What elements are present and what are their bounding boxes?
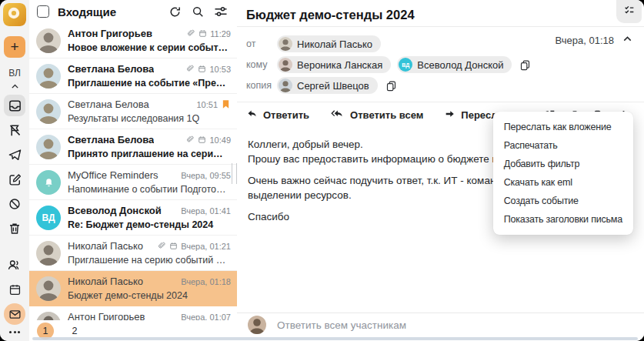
calendar-event-icon: [199, 29, 207, 38]
email-sender: Всеволод Донской: [68, 205, 162, 216]
context-menu-item[interactable]: Скачать как eml: [493, 173, 633, 192]
more-apps-icon[interactable]: [9, 331, 20, 333]
context-menu-item[interactable]: Распечатать: [493, 136, 633, 155]
email-sender: Светлана Белова: [68, 134, 154, 145]
email-meta: Вчера, 01:18: [181, 277, 231, 286]
email-list-item[interactable]: Николай ПаськоВчера, 01:21Приглашение на…: [29, 236, 237, 271]
email-row-top: Светлана Белова10:51: [68, 99, 231, 110]
app-window: + ВЛ: [0, 0, 644, 341]
recipient-name: Сергей Швецов: [297, 80, 369, 92]
calendar-event-icon: [198, 135, 206, 144]
avatar: [36, 276, 61, 301]
filter-icon[interactable]: [214, 5, 228, 18]
attachment-icon: [186, 65, 195, 73]
spam-folder-icon[interactable]: [4, 193, 25, 215]
refresh-icon[interactable]: [169, 5, 182, 18]
email-list-item[interactable]: Светлана Белова10:53Приглашение на событ…: [29, 59, 237, 94]
calendar-event-icon: [198, 65, 206, 73]
email-subject: Новое вложение к серии событий «Аналити.…: [68, 42, 231, 53]
email-row-top: Всеволод ДонскойВчера, 01:41: [68, 205, 231, 216]
recipient-name: Всеволод Донской: [417, 59, 503, 71]
cc-label: копия: [246, 80, 277, 91]
email-list-item[interactable]: Антон Григорьев11:29Новое вложение к сер…: [29, 23, 237, 59]
email-time: Вчера, 01:18: [181, 277, 231, 286]
avatar: ВД: [399, 58, 412, 72]
context-menu-item[interactable]: Создать событие: [493, 192, 633, 210]
email-subject: Напоминание о событии Подготовить отчет.…: [68, 184, 231, 195]
app-logo-icon[interactable]: [3, 3, 26, 26]
context-menu-item[interactable]: Показать заголовки письма: [493, 210, 633, 229]
email-list-item[interactable]: Николай ПаськоВчера, 01:18Бюджет демо-ст…: [29, 271, 237, 306]
attachment-icon: [158, 242, 166, 250]
email-list-item[interactable]: MyOffice RemindersВчера, 09:55Напоминани…: [29, 165, 237, 200]
reply-all-icon: [330, 109, 345, 122]
recipient-name: Вероника Ланская: [297, 59, 382, 71]
calendar-app-icon[interactable]: [4, 279, 25, 300]
copy-recipients-icon[interactable]: [385, 80, 397, 92]
search-icon[interactable]: [192, 5, 204, 18]
email-sender: Николай Пасько: [68, 276, 143, 287]
cc-recipients: Сергей Швецов: [277, 77, 397, 94]
email-list-item[interactable]: Светлана Белова10:49Принято приглашение …: [29, 129, 237, 165]
reply-all-button[interactable]: Ответить всем: [330, 109, 423, 122]
email-meta: Вчера, 01:41: [181, 206, 231, 216]
recipient-chip[interactable]: Вероника Ланская: [277, 56, 391, 73]
email-meta: Вчера, 01:21: [158, 242, 231, 251]
email-subject: Принято приглашение на серию событий «..…: [68, 149, 231, 159]
message-list-panel: Входящие Антон Григорьев11:29Новое вложе…: [29, 0, 238, 341]
flag-removed-folder-icon[interactable]: [4, 119, 25, 141]
from-recipients: Николай Пасько: [277, 35, 381, 52]
from-label: от: [246, 38, 277, 49]
collapse-rail-chevron-icon[interactable]: [10, 81, 20, 92]
email-time: 10:49: [209, 135, 231, 145]
tasks-panel-tab[interactable]: [616, 0, 642, 23]
email-list: Антон Григорьев11:29Новое вложение к сер…: [29, 23, 237, 341]
select-all-checkbox[interactable]: [37, 5, 49, 18]
calendar-event-icon: [169, 242, 178, 250]
email-row-top: Светлана Белова10:53: [68, 63, 231, 75]
recipient-name: Николай Пасько: [297, 38, 372, 50]
contacts-app-icon[interactable]: [4, 254, 25, 276]
email-list-item[interactable]: Светлана Белова10:51Результаты исследова…: [29, 94, 237, 129]
email-meta: 10:53: [186, 65, 231, 74]
inbox-folder-icon[interactable]: [4, 95, 25, 116]
compose-button[interactable]: +: [4, 36, 25, 58]
trash-folder-icon[interactable]: [4, 218, 25, 239]
avatar: [36, 64, 61, 89]
email-sender: Николай Пасько: [68, 240, 143, 252]
context-menu-item[interactable]: Переслать как вложение: [493, 118, 633, 136]
email-subject: Приглашение на серию событий «Демо стен.…: [68, 255, 231, 266]
recipient-chip[interactable]: Николай Пасько: [277, 35, 381, 52]
avatar: [36, 170, 61, 195]
drafts-folder-icon[interactable]: [4, 169, 25, 190]
avatar: [279, 58, 292, 72]
email-list-item[interactable]: ВДВсеволод ДонскойВчера, 01:41Re: Бюджет…: [29, 200, 237, 236]
collapse-message-icon[interactable]: [622, 33, 633, 48]
avatar: [248, 316, 266, 334]
email-sender: MyOffice Reminders: [68, 169, 158, 181]
context-menu-item[interactable]: Добавить фильтр: [493, 155, 633, 173]
user-initials[interactable]: ВЛ: [8, 68, 21, 79]
email-time: Вчера, 01:21: [181, 242, 231, 251]
panel-resize-handle[interactable]: [232, 163, 237, 184]
horizontal-scrollbar[interactable]: [32, 337, 638, 340]
sent-folder-icon[interactable]: [4, 144, 25, 165]
reply-button[interactable]: Ответить: [246, 109, 309, 122]
email-sender: Светлана Белова: [68, 63, 154, 75]
email-row-top: Николай ПаськоВчера, 01:18: [68, 276, 231, 287]
context-menu: Переслать как вложениеРаспечататьДобавит…: [493, 112, 633, 235]
quick-reply-bar[interactable]: Ответить всем участникам: [237, 313, 644, 336]
email-subject: Результаты исследования 1Q: [68, 113, 231, 124]
reply-icon: [246, 109, 258, 122]
recipient-chip[interactable]: Сергей Швецов: [277, 77, 378, 94]
copy-recipients-icon[interactable]: [519, 59, 531, 71]
email-time: 10:51: [196, 100, 218, 109]
avatar: [36, 28, 61, 53]
sidebar: + ВЛ: [0, 0, 30, 341]
email-time: Вчера, 01:41: [181, 206, 231, 216]
email-meta: 10:49: [186, 135, 231, 145]
recipient-chip[interactable]: ВДВсеволод Донской: [397, 56, 512, 73]
message-timestamp: Вчера, 01:18: [556, 35, 614, 46]
quick-reply-label: Ответить всем участникам: [277, 319, 406, 331]
mail-app-icon[interactable]: [4, 303, 25, 325]
